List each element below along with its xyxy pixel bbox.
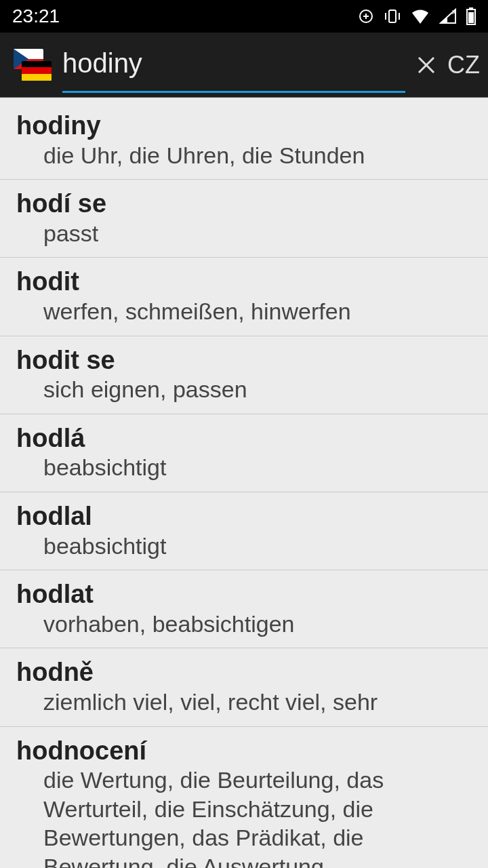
entry-headword: hodit [16,267,472,297]
result-entry[interactable]: hodí sepasst [0,180,488,258]
svg-rect-4 [385,13,386,20]
result-entry[interactable]: hodnocenídie Wertung, die Beurteilung, d… [0,727,488,869]
search-underline [62,91,405,93]
svg-rect-3 [389,10,396,22]
battery-icon [466,7,476,25]
entry-translation: werfen, schmeißen, hinwerfen [16,297,472,326]
results-list[interactable]: hodinydie Uhr, die Uhren, die Stundenhod… [0,98,488,868]
entry-translation: die Wertung, die Beurteilung, das Wertur… [16,766,472,868]
cell-signal-icon: x [439,8,457,24]
result-entry[interactable]: hoditwerfen, schmeißen, hinwerfen [0,258,488,336]
language-toggle-button[interactable]: CZ [447,51,480,79]
app-bar: CZ [0,33,488,98]
vibrate-icon [384,8,401,24]
entry-translation: ziemlich viel, viel, recht viel, sehr [16,688,472,717]
search-field-wrap [62,33,405,97]
search-input[interactable] [62,44,405,85]
wifi-icon [411,9,430,24]
entry-translation: sich eignen, passen [16,375,472,404]
add-circle-icon [358,8,374,24]
entry-headword: hodiny [16,111,472,141]
svg-rect-9 [468,12,474,23]
entry-translation: beabsichtigt [16,532,472,561]
clock: 23:21 [12,5,60,27]
entry-translation: passt [16,219,472,248]
result-entry[interactable]: hodněziemlich viel, viel, recht viel, se… [0,648,488,726]
entry-translation: die Uhr, die Uhren, die Stunden [16,141,472,170]
flag-german-icon [22,61,52,81]
entry-translation: beabsichtigt [16,453,472,482]
clear-search-button[interactable] [416,46,436,84]
entry-headword: hodlat [16,580,472,610]
result-entry[interactable]: hodlábeabsichtigt [0,414,488,492]
app-icon-flags[interactable] [14,46,52,84]
svg-rect-5 [399,13,400,20]
entry-headword: hodlá [16,424,472,454]
result-entry[interactable]: hodlatvorhaben, beabsichtigen [0,570,488,648]
entry-headword: hodnocení [16,736,472,766]
entry-translation: vorhaben, beabsichtigen [16,610,472,639]
entry-headword: hodně [16,658,472,688]
status-icons: x [358,7,476,25]
entry-headword: hodí se [16,189,472,219]
entry-headword: hodit se [16,346,472,376]
entry-headword: hodlal [16,502,472,532]
close-icon [416,55,436,75]
result-entry[interactable]: hodlalbeabsichtigt [0,492,488,570]
status-bar: 23:21 x [0,0,488,33]
result-entry[interactable]: hodit sesich eignen, passen [0,336,488,414]
svg-text:x: x [452,8,456,16]
result-entry[interactable]: hodinydie Uhr, die Uhren, die Stunden [0,98,488,180]
